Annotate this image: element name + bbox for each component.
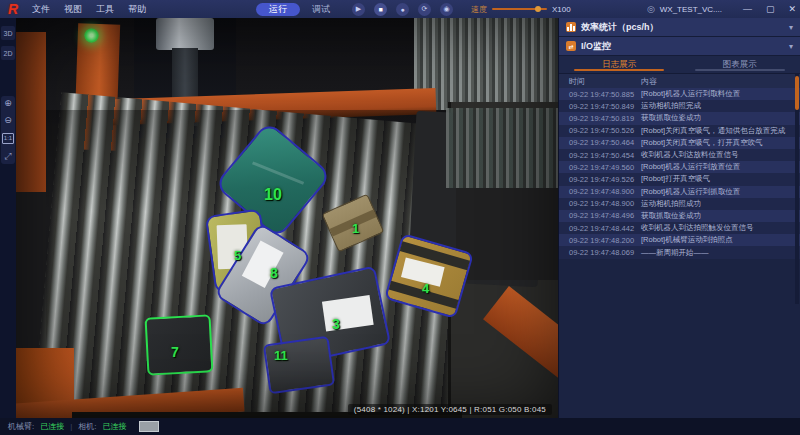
log-content: [Robot]机器人运行到放置位置 [637,162,800,172]
fit-view-icon[interactable]: ⤢ [4,152,11,161]
detection-label: 10 [264,186,282,204]
log-content: 收到机器人到达拍照触发位置信号 [637,223,800,233]
detection-label: 8 [270,265,278,281]
record-icon[interactable]: ● [396,3,409,16]
menu-tools[interactable]: 工具 [96,3,114,16]
right-panel: 效率统计（pcs/h） ▾ ⇄ I/O监控 ▾ 日志展示 图表展示 时间 内容 … [558,18,800,418]
log-row[interactable]: 09-22 19:47:48.442收到机器人到达拍照触发位置信号 [559,222,800,234]
log-scrollbar[interactable] [795,74,799,304]
log-row[interactable]: 09-22 19:47:50.464[Robot]关闭真空吸气，打开真空吹气 [559,137,800,149]
log-time: 09-22 19:47:48.069 [559,248,637,257]
bar-chart-icon [566,22,576,32]
maximize-button[interactable]: ▢ [766,4,775,14]
tab-log-display[interactable]: 日志展示 [559,56,680,73]
chevron-down-icon[interactable]: ▾ [789,42,793,51]
log-content: ——新周期开始—— [637,248,800,258]
menu-view[interactable]: 视图 [64,3,82,16]
detection-label: 4 [422,281,429,296]
view-2d-button[interactable]: 2D [1,46,15,60]
gear-icon[interactable]: ◎ [647,4,655,14]
detection-label: 7 [171,344,179,360]
debug-button[interactable]: 调试 [312,3,330,16]
log-row[interactable]: 09-22 19:47:50.526[Robot]关闭真空吸气，通知供包台放置完… [559,125,800,137]
io-section-header[interactable]: ⇄ I/O监控 ▾ [559,37,800,56]
scrollbar-thumb[interactable] [795,76,799,110]
log-row[interactable]: 09-22 19:47:48.496获取抓取位姿成功 [559,210,800,222]
log-content: [Robot]打开真空吸气 [637,174,800,184]
log-time: 09-22 19:47:50.885 [559,90,637,99]
status-separator: | [70,422,72,431]
log-row[interactable]: 09-22 19:47:50.885[Robot]机器人运行到取料位置 [559,88,800,100]
robot-status-label: 机械臂: [8,421,34,432]
play-icon[interactable]: ▶ [352,3,365,16]
zoom-in-icon[interactable]: ⊕ [4,99,12,108]
speed-slider[interactable] [492,8,547,10]
log-time: 09-22 19:47:50.819 [559,114,637,123]
status-bar: 机械臂: 已连接 | 相机: 已连接 [0,418,800,435]
speed-slider-knob[interactable] [535,6,541,12]
detection-label: 5 [234,248,241,263]
io-title: I/O监控 [581,40,784,53]
log-time: 09-22 19:47:48.442 [559,224,637,233]
log-row[interactable]: 09-22 19:47:50.849运动相机拍照完成 [559,100,800,112]
stop-icon[interactable]: ■ [374,3,387,16]
minimize-button[interactable]: — [743,4,752,14]
log-row[interactable]: 09-22 19:47:48.900运动相机拍照成功 [559,198,800,210]
camera-thumbnail[interactable] [139,421,159,432]
log-row[interactable]: 09-22 19:47:50.454收到机器人到达放料位置信号 [559,149,800,161]
zoom-tool-group: ⊕ ⊖ 1:1 ⤢ [1,96,15,164]
log-time: 09-22 19:47:50.464 [559,138,637,147]
menu-help[interactable]: 帮助 [128,3,146,16]
speed-value: X100 [552,5,571,14]
log-content: [Robot]机器人运行到抓取位置 [637,187,800,197]
app-logo-icon: R [0,0,26,18]
actual-size-icon[interactable]: 1:1 [2,133,14,144]
window-title: WX_TEST_VC.... [660,5,722,14]
log-content: [Robot]关闭真空吸气，打开真空吹气 [637,138,800,148]
io-monitor-icon: ⇄ [566,41,576,51]
log-time: 09-22 19:47:48.496 [559,211,637,220]
chevron-down-icon[interactable]: ▾ [789,23,793,32]
run-button[interactable]: 运行 [256,3,300,16]
view-3d-button[interactable]: 3D [1,26,15,40]
log-content: 收到机器人到达放料位置信号 [637,150,800,160]
log-row[interactable]: 09-22 19:47:48.069——新周期开始—— [559,246,800,258]
log-row[interactable]: 09-22 19:47:48.200[Robot]机械臂运动到拍照点 [559,234,800,246]
log-table-body: 09-22 19:47:50.885[Robot]机器人运行到取料位置09-22… [559,88,800,259]
detection-label: 3 [332,316,340,332]
log-table-header: 时间 内容 [559,74,800,88]
log-content: 获取抓取位姿成功 [637,113,800,123]
menu-file[interactable]: 文件 [32,3,50,16]
io-tabs: 日志展示 图表展示 [559,56,800,74]
refresh-icon[interactable]: ⟳ [418,3,431,16]
camera-view[interactable]: 1015834711 (5408 * 1024) | X:1201 Y:0645… [16,18,558,418]
capture-icon[interactable]: ◉ [440,3,453,16]
log-content: [Robot]关闭真空吸气，通知供包台放置完成 [637,126,800,136]
window-controls: — ▢ ✕ [743,0,796,18]
log-time: 09-22 19:47:50.849 [559,102,637,111]
toolbar-icon-group: ▶ ■ ● ⟳ ◉ [352,3,453,16]
log-row[interactable]: 09-22 19:47:48.900[Robot]机器人运行到抓取位置 [559,186,800,198]
log-row[interactable]: 09-22 19:47:50.819获取抓取位姿成功 [559,112,800,124]
speed-label: 速度 [471,4,487,15]
zoom-out-icon[interactable]: ⊖ [4,116,12,125]
menu-bar: 文件 视图 工具 帮助 [32,3,146,16]
robot-status-value: 已连接 [40,421,64,432]
log-row[interactable]: 09-22 19:47:49.560[Robot]机器人运行到放置位置 [559,161,800,173]
pixel-readout: (5408 * 1024) | X:1201 Y:0645 | R:051 G:… [348,404,552,415]
log-time: 09-22 19:47:50.454 [559,151,637,160]
left-toolbar: 3D 2D ⊕ ⊖ 1:1 ⤢ [0,18,16,418]
log-time: 09-22 19:47:48.200 [559,236,637,245]
log-row[interactable]: 09-22 19:47:49.526[Robot]打开真空吸气 [559,173,800,185]
tab-chart-display[interactable]: 图表展示 [680,56,800,73]
efficiency-section-header[interactable]: 效率统计（pcs/h） ▾ [559,18,800,37]
close-button[interactable]: ✕ [788,4,796,14]
top-bar: R 文件 视图 工具 帮助 运行 调试 ▶ ■ ● ⟳ ◉ 速度 X100 ◎ … [0,0,800,18]
log-time: 09-22 19:47:50.526 [559,126,637,135]
log-content: 运动相机拍照成功 [637,199,800,209]
log-table: 时间 内容 09-22 19:47:50.885[Robot]机器人运行到取料位… [559,74,800,259]
log-time: 09-22 19:47:49.560 [559,163,637,172]
camera-status-label: 相机: [78,421,96,432]
log-content: 获取抓取位姿成功 [637,211,800,221]
log-time: 09-22 19:47:48.900 [559,187,637,196]
